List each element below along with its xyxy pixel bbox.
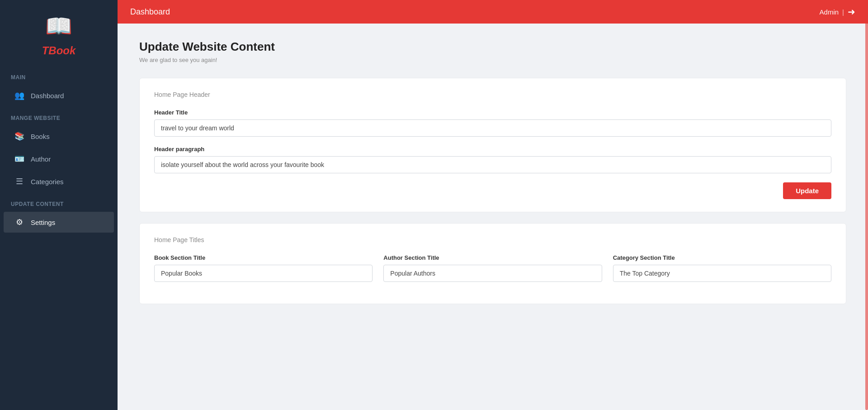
author-icon: 🪪 [14,154,24,164]
sidebar-item-dashboard-label: Dashboard [31,92,64,100]
titles-three-col-grid: Book Section Title Author Section Title … [154,254,831,291]
header-update-button[interactable]: Update [783,182,831,199]
author-section-title-group: Author Section Title [383,254,602,282]
sidebar-section-update: update content [0,193,118,211]
titles-card-section-title: Home Page Titles [154,236,831,243]
sidebar-item-settings-label: Settings [31,219,55,226]
topbar-right: Admin | ➜ [820,6,855,17]
dashboard-icon: 👥 [14,91,24,100]
author-section-title-input[interactable] [383,265,602,282]
page-title: Update Website Content [139,40,846,54]
header-paragraph-group: Header paragraph [154,146,831,173]
page-content: Update Website Content We are glad to se… [118,24,868,410]
home-page-titles-card: Home Page Titles Book Section Title Auth… [139,223,846,304]
book-section-title-group: Book Section Title [154,254,373,282]
main-wrapper: Dashboard Admin | ➜ Update Website Conte… [118,0,868,410]
books-icon: 📚 [14,131,24,141]
categories-icon: ☰ [14,176,24,186]
sidebar-logo-area: 📖 TBook [0,0,118,66]
sidebar-item-author-label: Author [31,155,51,163]
header-title-group: Header Title [154,109,831,137]
book-section-title-input[interactable] [154,265,373,282]
category-section-title-group: Category Section Title [613,254,831,282]
brand-italic: T [42,44,49,57]
book-section-title-label: Book Section Title [154,254,373,261]
home-page-header-card: Home Page Header Header Title Header par… [139,78,846,212]
page-subtitle: We are glad to see you again! [139,57,846,63]
sidebar: 📖 TBook Main 👥 Dashboard Mange Website 📚… [0,0,118,410]
sidebar-item-author[interactable]: 🪪 Author [4,148,114,169]
topbar-divider: | [842,8,844,16]
author-section-title-label: Author Section Title [383,254,602,261]
header-title-input[interactable] [154,119,831,137]
header-paragraph-input[interactable] [154,156,831,173]
sidebar-item-categories[interactable]: ☰ Categories [4,171,114,192]
sidebar-item-books-label: Books [31,133,50,140]
settings-icon: ⚙ [14,217,24,227]
topbar: Dashboard Admin | ➜ [118,0,868,24]
book-logo-icon: 📖 [45,14,72,39]
sidebar-section-main: Main [0,66,118,84]
sidebar-item-categories-label: Categories [31,178,64,186]
topbar-user: Admin [820,8,839,16]
category-section-title-label: Category Section Title [613,254,831,261]
logout-icon[interactable]: ➜ [848,6,855,17]
category-section-title-input[interactable] [613,265,831,282]
sidebar-item-books[interactable]: 📚 Books [4,126,114,147]
sidebar-section-manage: Mange Website [0,107,118,125]
scrollbar-indicator [865,0,868,410]
sidebar-item-settings[interactable]: ⚙ Settings [4,212,114,233]
header-paragraph-label: Header paragraph [154,146,831,153]
sidebar-item-dashboard[interactable]: 👥 Dashboard [4,85,114,106]
header-card-footer: Update [154,182,831,199]
header-title-label: Header Title [154,109,831,116]
brand-text: Book [48,44,75,57]
topbar-title: Dashboard [130,7,170,17]
header-card-section-title: Home Page Header [154,91,831,98]
brand-name: TBook [42,44,76,57]
